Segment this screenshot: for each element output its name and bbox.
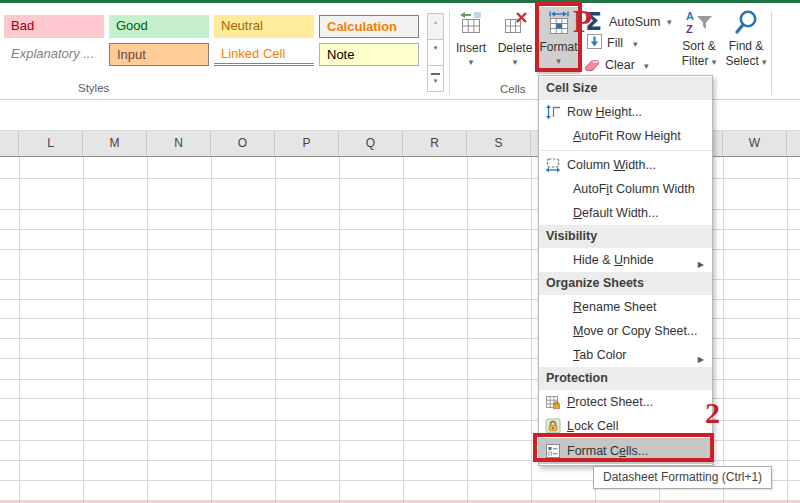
menu-item-lock-cell[interactable]: Lock Cell [539, 414, 712, 438]
cells-group-label: Cells [500, 83, 526, 95]
column-header-partial[interactable] [0, 131, 19, 156]
sort-filter-button[interactable]: A Z Sort & Filter [676, 7, 722, 75]
menu-item-label: Lock Cell [565, 419, 618, 433]
menu-item-label: Row Height... [565, 105, 642, 119]
submenu-arrow-icon [698, 351, 704, 365]
style-neutral[interactable]: Neutral [214, 15, 314, 38]
menu-item-move-or-copy-sheet[interactable]: Move or Copy Sheet... [539, 319, 712, 343]
style-good[interactable]: Good [109, 15, 209, 38]
lock-cell-icon [539, 418, 565, 434]
menu-item-format-cells[interactable]: Format Cells... [539, 438, 712, 464]
column-header-W[interactable]: W [723, 131, 787, 156]
menu-item-default-width[interactable]: Default Width... [539, 201, 712, 225]
tooltip: Datasheet Formatting (Ctrl+1) [593, 466, 772, 489]
red-annotation-mark: P [573, 4, 592, 40]
find-select-caret-icon [762, 54, 767, 68]
menu-item-tab-color[interactable]: Tab Color [539, 343, 712, 367]
delete-dropdown-caret-icon [494, 56, 536, 66]
menu-item-label: AutoFit Column Width [539, 182, 695, 196]
menu-item-label: Rename Sheet [539, 300, 656, 314]
menu-item-column-width[interactable]: Column Width... [539, 153, 712, 177]
clear-eraser-icon [583, 58, 601, 76]
menu-item-label: Move or Copy Sheet... [539, 324, 697, 338]
format-button-label: Format [539, 40, 577, 54]
style-calculation[interactable]: Calculation [319, 15, 419, 38]
menu-item-label: Format Cells... [565, 444, 648, 458]
style-linked-cell[interactable]: Linked Cell [214, 43, 314, 66]
find-select-button[interactable]: Find & Select [722, 7, 770, 75]
delete-cells-icon [494, 8, 536, 38]
sort-filter-icon: A Z [676, 7, 722, 39]
autosum-button[interactable]: AutoSum [609, 15, 660, 29]
menu-header-visibility: Visibility [539, 225, 712, 248]
menu-item-label: Default Width... [539, 206, 658, 220]
column-header-M[interactable]: M [83, 131, 147, 156]
column-header-end [787, 131, 800, 156]
column-header-L[interactable]: L [19, 131, 83, 156]
insert-cells-icon [450, 8, 492, 38]
column-header-O[interactable]: O [211, 131, 275, 156]
clear-button[interactable]: Clear [605, 58, 635, 72]
excel-window: Bad Good Neutral Calculation Explanatory… [0, 0, 800, 503]
menu-item-label: Column Width... [565, 158, 656, 172]
find-select-magnifier-icon [722, 7, 770, 39]
gallery-scroll-up-icon[interactable] [427, 13, 444, 40]
svg-text:Z: Z [686, 23, 693, 35]
style-input[interactable]: Input [109, 43, 209, 66]
insert-dropdown-caret-icon [450, 56, 492, 66]
protect-sheet-icon [539, 394, 565, 410]
styles-group-label: Styles [78, 82, 109, 94]
sort-filter-label-line1: Sort & [676, 39, 722, 54]
delete-button-label: Delete [498, 41, 533, 55]
menu-header-cell-size: Cell Size [539, 77, 712, 100]
gallery-scroll-down-icon[interactable] [427, 39, 444, 66]
column-width-icon [539, 157, 565, 173]
group-divider [771, 11, 772, 95]
style-bad[interactable]: Bad [4, 15, 104, 38]
style-explanatory[interactable]: Explanatory ... [4, 43, 104, 66]
column-header-S[interactable]: S [467, 131, 531, 156]
find-select-label-line2: Select [725, 54, 758, 68]
annotation-step-number: 2 [705, 396, 720, 430]
format-dropdown-caret-icon [537, 55, 580, 65]
fill-button[interactable]: Fill [607, 36, 623, 50]
menu-item-hide-unhide[interactable]: Hide & Unhide [539, 248, 712, 272]
svg-text:A: A [686, 10, 694, 22]
menu-header-protection: Protection [539, 367, 712, 390]
format-cells-icon [539, 443, 565, 459]
menu-item-rename-sheet[interactable]: Rename Sheet [539, 295, 712, 319]
submenu-arrow-icon [698, 256, 704, 270]
menu-item-label: Hide & Unhide [539, 253, 654, 267]
menu-item-protect-sheet[interactable]: Protect Sheet... [539, 390, 712, 414]
fill-caret-icon[interactable]: ▾ [633, 39, 638, 49]
menu-item-row-height[interactable]: Row Height... [539, 100, 712, 124]
menu-item-autofit-column-width[interactable]: AutoFit Column Width [539, 177, 712, 201]
column-header-R[interactable]: R [403, 131, 467, 156]
menu-item-autofit-row-height[interactable]: AutoFit Row Height [539, 124, 712, 148]
delete-button[interactable]: Delete [494, 8, 536, 74]
insert-button[interactable]: Insert [450, 8, 492, 74]
row-height-icon [539, 104, 565, 120]
menu-separator [540, 148, 711, 151]
column-header-Q[interactable]: Q [339, 131, 403, 156]
find-select-label-line1: Find & [722, 39, 770, 54]
menu-item-label: Protect Sheet... [565, 395, 653, 409]
format-dropdown-menu: Cell Size Row Height... AutoFit Row Heig… [538, 75, 713, 466]
styles-gallery-scrollbar [427, 13, 444, 94]
menu-item-label: AutoFit Row Height [539, 129, 681, 143]
insert-button-label: Insert [456, 41, 486, 55]
column-header-N[interactable]: N [147, 131, 211, 156]
clear-caret-icon[interactable]: ▾ [644, 61, 649, 71]
sort-filter-label-line2: Filter [682, 54, 709, 68]
autosum-caret-icon[interactable]: ▾ [667, 17, 672, 27]
column-header-P[interactable]: P [275, 131, 339, 156]
sort-filter-caret-icon [712, 54, 717, 68]
menu-item-label: Tab Color [539, 348, 627, 362]
gallery-more-icon[interactable] [427, 65, 444, 92]
menu-header-organize-sheets: Organize Sheets [539, 272, 712, 295]
style-note[interactable]: Note [319, 43, 419, 66]
